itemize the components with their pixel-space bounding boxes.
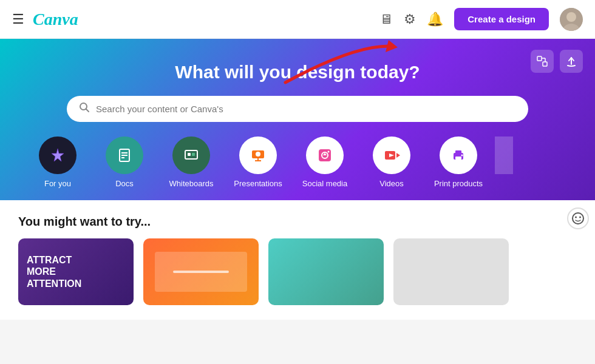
- header: ☰ Canva 🖥 ⚙ 🔔 Create a design: [0, 0, 595, 39]
- svg-point-22: [256, 152, 260, 157]
- svg-point-35: [579, 217, 581, 218]
- for-you-label: For you: [44, 179, 71, 188]
- category-docs[interactable]: Docs: [91, 136, 158, 188]
- hero-top-icons: [531, 50, 583, 73]
- svg-marker-11: [52, 149, 64, 161]
- whiteboards-icon: [172, 136, 210, 174]
- print-products-icon: [440, 136, 477, 174]
- feedback-button[interactable]: [567, 207, 589, 229]
- resize-icon[interactable]: [531, 50, 554, 73]
- svg-rect-4: [537, 56, 542, 61]
- section-title: You might want to try...: [18, 215, 577, 229]
- hero-title: What will you design today?: [24, 62, 571, 83]
- svg-rect-16: [185, 150, 197, 159]
- category-social-media[interactable]: Social media: [291, 136, 358, 188]
- header-right: 🖥 ⚙ 🔔 Create a design: [379, 8, 583, 31]
- more-icon: [495, 136, 513, 174]
- videos-label: Videos: [379, 179, 404, 188]
- cards-row: ATTRACTMOREATTENTION: [18, 238, 577, 305]
- category-more[interactable]: [492, 136, 516, 174]
- logo[interactable]: Canva: [33, 10, 78, 29]
- svg-point-32: [461, 155, 463, 157]
- suggestion-section: You might want to try... ATTRACTMOREATTE…: [0, 200, 595, 320]
- social-media-icon: [306, 136, 344, 174]
- presentations-label: Presentations: [234, 179, 282, 188]
- svg-marker-3: [386, 40, 398, 52]
- category-for-you[interactable]: For you: [24, 136, 91, 188]
- docs-icon: [106, 136, 143, 174]
- svg-line-10: [86, 109, 89, 112]
- upload-icon[interactable]: [560, 50, 583, 73]
- header-left: ☰ Canva: [12, 10, 78, 29]
- svg-point-1: [566, 12, 576, 22]
- card-4[interactable]: [393, 238, 509, 305]
- create-design-button[interactable]: Create a design: [454, 8, 549, 30]
- svg-rect-17: [188, 153, 191, 156]
- bell-icon[interactable]: 🔔: [427, 12, 443, 27]
- settings-icon[interactable]: ⚙: [404, 12, 416, 27]
- whiteboards-label: Whiteboards: [169, 179, 214, 188]
- card-2[interactable]: [143, 238, 259, 305]
- avatar[interactable]: [560, 8, 583, 31]
- svg-rect-30: [455, 150, 461, 154]
- svg-rect-18: [192, 153, 195, 156]
- svg-point-34: [575, 217, 577, 218]
- card-3[interactable]: [268, 238, 384, 305]
- svg-point-25: [328, 151, 330, 153]
- category-row: For you Docs Whit: [24, 136, 571, 188]
- below-hero: You might want to try... ATTRACTMOREATTE…: [0, 200, 595, 320]
- category-presentations[interactable]: Presentations: [225, 136, 291, 188]
- monitor-icon[interactable]: 🖥: [379, 12, 393, 27]
- svg-rect-5: [543, 62, 547, 66]
- print-products-label: Print products: [434, 179, 483, 188]
- search-bar: [67, 96, 528, 122]
- social-media-label: Social media: [302, 179, 347, 188]
- card-attract-text: ATTRACTMOREATTENTION: [27, 254, 125, 289]
- for-you-icon: [39, 136, 76, 174]
- search-icon: [79, 102, 90, 116]
- category-print-products[interactable]: Print products: [425, 136, 492, 188]
- card-attract[interactable]: ATTRACTMOREATTENTION: [18, 238, 134, 305]
- menu-icon[interactable]: ☰: [12, 12, 24, 27]
- search-input[interactable]: [96, 104, 516, 114]
- svg-marker-27: [396, 153, 400, 158]
- presentations-icon: [239, 136, 277, 174]
- hero-section: What will you design today? For you: [0, 39, 595, 200]
- videos-icon: [373, 136, 410, 174]
- svg-rect-31: [455, 157, 461, 160]
- category-videos[interactable]: Videos: [358, 136, 425, 188]
- docs-label: Docs: [115, 179, 134, 188]
- category-whiteboards[interactable]: Whiteboards: [158, 136, 225, 188]
- svg-point-33: [573, 213, 583, 224]
